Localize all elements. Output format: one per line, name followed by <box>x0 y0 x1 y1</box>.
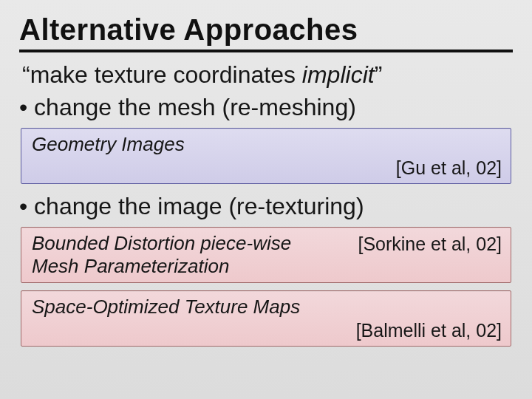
slide: Alternative Approaches “make texture coo… <box>0 0 532 399</box>
card-space-optimized: Space-Optimized Texture Maps [Balmelli e… <box>21 290 511 347</box>
card-title: Geometry Images <box>32 133 185 155</box>
card-citation: [Gu et al, 02] <box>32 157 502 179</box>
bullet-retexture: change the image (re-texturing) <box>19 191 513 221</box>
card-citation: [Sorkine et al, 02] <box>358 233 502 255</box>
tagline-text: make texture coordinates <box>30 61 302 88</box>
open-quote: “ <box>22 61 30 88</box>
card-title: Bounded Distortion piece-wise Mesh Param… <box>32 232 342 278</box>
slide-title: Alternative Approaches <box>19 13 513 47</box>
card-citation: [Balmelli et al, 02] <box>32 320 502 341</box>
tagline: “make texture coordinates implicit” <box>22 60 513 89</box>
card-title: Space-Optimized Texture Maps <box>32 296 300 318</box>
close-quote: ” <box>375 61 383 88</box>
card-geometry-images: Geometry Images [Gu et al, 02] <box>21 128 511 184</box>
tagline-em: implicit <box>302 61 375 88</box>
bullet-remesh: change the mesh (re-meshing) <box>19 92 513 122</box>
title-rule <box>19 50 513 52</box>
card-bounded-distortion: [Sorkine et al, 02] Bounded Distortion p… <box>21 227 511 283</box>
